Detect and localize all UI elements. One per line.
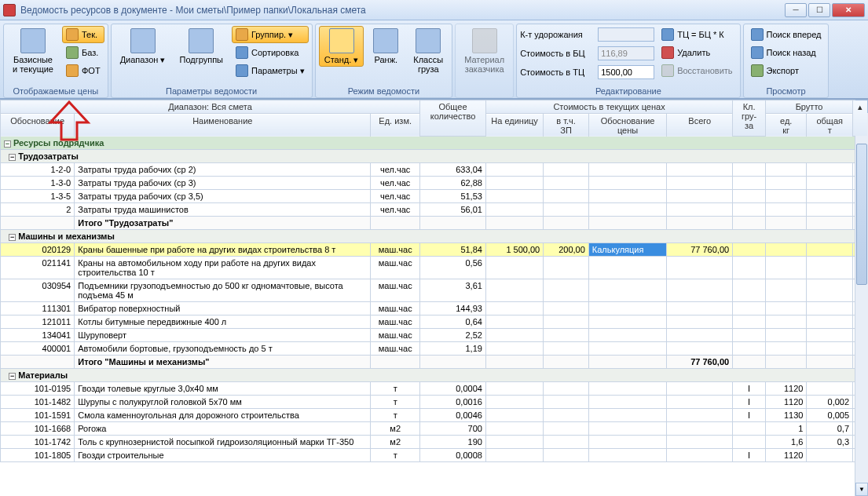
export-icon [751, 64, 764, 77]
table-row: 1-3-5Затраты труда рабочих (ср 3,5)чел.ч… [1, 190, 868, 203]
cargo-label: Классы груза [413, 55, 443, 74]
search-fwd-icon [751, 28, 764, 41]
group-button[interactable]: Группир. ▾ [232, 26, 309, 43]
window-controls: ─ ☐ ✕ [785, 3, 865, 17]
parameters-icon [236, 64, 248, 77]
scroll-thumb[interactable] [856, 144, 867, 285]
search-back-button[interactable]: Поиск назад [747, 44, 826, 61]
ribbon-group-prices-label: Отображаемые цены [7, 86, 104, 97]
subgroups-button[interactable]: Подгруппы [174, 26, 229, 67]
maximize-button[interactable]: ☐ [808, 3, 830, 17]
table-row: 400001Автомобили бортовые, грузоподъемно… [1, 342, 868, 356]
export-button[interactable]: Экспорт [747, 62, 826, 79]
ribbon-group-view-label: Просмотр [747, 86, 826, 97]
total-row: Итого "Трудозатраты" [1, 217, 868, 230]
standard-button[interactable]: Станд. ▾ [319, 26, 364, 67]
sort-button[interactable]: Сортировка [232, 44, 309, 61]
parameters-button[interactable]: Параметры ▾ [232, 62, 309, 79]
app-icon [3, 4, 16, 16]
cost-tc-input[interactable] [598, 65, 654, 79]
resource-grid[interactable]: Диапазон: Вся смета Общее количество Сто… [0, 100, 868, 462]
ribbon-group-edit-label: Редактирование [520, 86, 736, 97]
restore-icon [661, 64, 674, 77]
table-row: 101-1805Гвозди строительныет0,0008I1120 [1, 449, 868, 462]
collapse-icon[interactable]: − [9, 234, 16, 241]
table-row: 1-3-0Затраты труда рабочих (ср 3)чел.час… [1, 177, 868, 190]
customer-material-label: Материал заказчика [464, 55, 504, 74]
fot-icon [66, 64, 79, 77]
title-bar: Ведомость ресурсов в документе - Мои сме… [0, 0, 868, 20]
table-row: 021141Краны на автомобильном ходу при ра… [1, 257, 868, 279]
fot-button[interactable]: ФОТ [62, 62, 104, 79]
hdr-range: Диапазон: Вся смета [1, 100, 420, 114]
table-row: 030954Подъемники грузоподъемностью до 50… [1, 279, 868, 302]
cost-tc-field: Стоимость в ТЦ [520, 64, 654, 81]
ribbon-group-params: Диапазон ▾ Подгруппы Группир. ▾ Сортиров… [111, 24, 313, 98]
subgroups-label: Подгруппы [179, 55, 223, 64]
hdr-name[interactable]: Наименование [75, 114, 371, 137]
formula-button[interactable]: ТЦ = БЦ * К [657, 26, 736, 43]
collapse-icon[interactable]: − [9, 154, 16, 161]
search-back-icon [751, 46, 764, 59]
table-row: 101-1591Смола каменноугольная для дорожн… [1, 409, 868, 422]
table-row: 121011Котлы битумные передвижные 400 лма… [1, 315, 868, 329]
hdr-basis[interactable]: Обоснование цены [588, 114, 667, 137]
ribbon-group-customer: Материал заказчика [455, 24, 514, 98]
hdr-per-unit[interactable]: На единицу [485, 114, 543, 137]
baz-icon [66, 46, 79, 59]
grid-container: Диапазон: Вся смета Общее количество Сто… [0, 99, 868, 496]
formula-icon [661, 28, 674, 41]
rank-button[interactable]: Ранж. [367, 26, 405, 67]
minimize-button[interactable]: ─ [785, 3, 807, 17]
cargo-classes-button[interactable]: Классы груза [408, 26, 449, 76]
hdr-qty: Общее количество [420, 100, 486, 137]
hdr-g2[interactable]: общая т [807, 114, 853, 137]
total-row: Итого "Машины и механизмы"77 760,00 [1, 356, 868, 369]
delete-button[interactable]: Удалить [657, 44, 736, 61]
basic-current-button[interactable]: Базисные и текущие [7, 26, 59, 76]
range-label: Диапазон ▾ [120, 55, 166, 64]
table-row: 2Затраты труда машинистовчел.час56,01 [1, 203, 868, 217]
ribbon-group-params-label: Параметры ведомости [115, 86, 309, 97]
tek-icon [66, 28, 79, 41]
ribbon-group-mode: Станд. ▾ Ранж. Классы груза Режим ведомо… [315, 24, 452, 98]
sort-icon [236, 46, 248, 59]
hdr-g1[interactable]: ед. кг [766, 114, 807, 137]
table-row: 101-1742Толь с крупнозернистой посыпкой … [1, 436, 868, 449]
collapse-icon[interactable]: − [4, 140, 11, 148]
subgroup-row: −Материалы [1, 369, 868, 382]
rank-icon [373, 28, 398, 53]
table-row: 134041Шуруповертмаш.час2,52 [1, 329, 868, 342]
range-button[interactable]: Диапазон ▾ [115, 26, 171, 67]
k-markup-input [598, 27, 654, 42]
ribbon: Базисные и текущие Тек. Баз. ФОТ Отображ… [0, 20, 868, 99]
hdr-unit[interactable]: Ед. изм. [371, 114, 420, 137]
cost-bc-field: Стоимость в БЦ [520, 45, 654, 62]
hdr-zp[interactable]: в т.ч. ЗП [544, 114, 589, 137]
close-button[interactable]: ✕ [832, 3, 865, 17]
collapse-icon[interactable]: − [9, 373, 16, 380]
scroll-down-arrow[interactable]: ▼ [855, 483, 868, 496]
group-icon [236, 28, 248, 41]
hdr-total[interactable]: Всего [667, 114, 733, 137]
hdr-code[interactable]: Обоснование [1, 114, 75, 137]
table-row: 101-1482Шурупы с полукруглой головкой 5х… [1, 396, 868, 409]
standard-label: Станд. ▾ [324, 55, 359, 64]
box-icon [472, 28, 497, 53]
cargo-icon [416, 28, 441, 53]
baz-button[interactable]: Баз. [62, 44, 104, 61]
ribbon-group-mode-label: Режим ведомости [319, 86, 449, 97]
search-forward-button[interactable]: Поиск вперед [747, 26, 826, 43]
table-row: 101-0195Гвозди толевые круглые 3,0х40 мм… [1, 382, 868, 396]
subgroup-row: −Машины и механизмы [1, 230, 868, 243]
ribbon-group-prices: Базисные и текущие Тек. Баз. ФОТ Отображ… [3, 24, 108, 98]
vertical-scrollbar[interactable]: ▲ ▼ [855, 100, 868, 496]
ribbon-group-edit: К-т удорожания Стоимость в БЦ Стоимость … [516, 24, 740, 98]
group-row: −Ресурсы подрядчика [1, 137, 868, 150]
grid-scroll[interactable]: Диапазон: Вся смета Общее количество Сто… [0, 100, 868, 496]
ribbon-group-view: Поиск вперед Поиск назад Экспорт Просмот… [743, 24, 830, 98]
table-row: 1-2-0Затраты труда рабочих (ср 2)чел.час… [1, 163, 868, 177]
table-row: 020129Краны башенные при работе на други… [1, 243, 868, 257]
tek-button[interactable]: Тек. [62, 26, 104, 43]
cost-bc-input [598, 46, 654, 60]
